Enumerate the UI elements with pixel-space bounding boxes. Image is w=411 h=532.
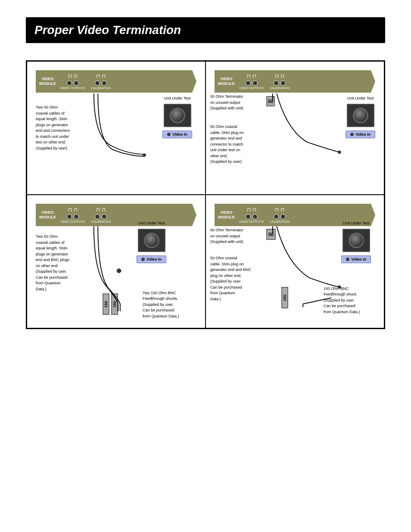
unit-under-test-tr: Unit Under Test Video In [346,96,375,138]
circle-icon-br-1 [246,214,251,219]
page-wrapper: Proper Video Termination VIDEOMODULE ⊓ ⊓ [0,0,411,346]
circle-icon-2 [74,81,79,86]
unit-lens-tl [170,108,185,123]
annotation-br-top: 50 Ohm Terminator on unused output (Supp… [210,227,262,245]
annotation-br-bottom: 50 Ohm coaxial cable. SMA plug on genera… [210,255,266,302]
outputs-label-br: VIDEO OUTPUTS [239,220,264,223]
pulse-icon-2: ⊓ [74,74,78,79]
terminator-box-50-br: 50 [266,229,276,240]
pulse-icon-1: ⊓ [68,74,72,79]
circle-icon-cal-1 [95,81,100,86]
quadrant-top-left: VIDEOMODULE ⊓ ⊓ VIDEO OUTPUTS [27,61,206,195]
unit-lens-tr [353,108,368,123]
video-in-bl: Video In [137,255,166,263]
unit-lens-br [349,233,364,248]
terminators-150-bl: 150 150 [103,293,118,315]
module-panel-tr: VIDEOMODULE ⊓ ⊓ VIDEO OUTPUTS [215,70,375,93]
video-in-label-br: Video In [351,257,366,261]
circle-icon-cal-br-1 [274,214,279,219]
annotation-tr-top: 50 Ohm Terminator on unused output (Supp… [210,94,262,112]
pulse-icon-br-2: ⊓ [252,207,256,212]
pulse-icon-cal-tr-1: ⊓ [275,74,279,79]
pulse-icon-cal-br-1: ⊓ [275,207,279,212]
circle-icon-bl-1 [67,214,72,219]
video-in-dot-br [346,258,349,261]
main-grid: VIDEOMODULE ⊓ ⊓ VIDEO OUTPUTS [26,60,385,329]
svg-point-1 [338,151,341,154]
unit-lens-bl [144,233,159,248]
cal-label-tr: CALIBRATION [270,87,290,90]
bnc-annotation-br: 150 Ohm BNC Feedthrough shunt. (Supplied… [324,286,380,315]
panel-section-outputs-bl: ⊓ ⊓ VIDEO OUTPUTS [60,207,85,223]
pulse-icon-tr-2: ⊓ [252,74,256,79]
outputs-label-tl: VIDEO OUTPUTS [60,87,85,90]
pulse-icon-cal-2: ⊓ [102,74,106,79]
circle-icon-tr-1 [246,81,251,86]
video-in-dot-tl [167,133,171,136]
outputs-label-tr: VIDEO OUTPUTS [239,87,264,90]
video-in-br: Video In [341,255,371,263]
annotation-bl: Two 50 Ohm coaxial cables of equal lengt… [36,234,87,292]
video-in-label-bl: Video In [146,257,162,261]
module-label-tr: VIDEOMODULE [218,77,235,86]
unit-label-tr: Unit Under Test [347,96,374,100]
circle-icon-cal-bl-2 [102,214,107,219]
pulse-icon-cal-bl-2: ⊓ [102,207,106,212]
video-in-label-tl: Video In [172,132,187,137]
circle-icon-cal-br-2 [280,214,286,219]
pulse-icon-bl-1: ⊓ [68,207,72,212]
panel-section-cal-bl: ⊓ ⊓ CALIBRATION [91,207,111,223]
module-label-br: VIDEOMODULE [218,210,235,220]
unit-box-tl [164,104,191,127]
unit-under-test-bl: Unit Under Test Video In [137,221,166,263]
circle-icon-1 [67,81,72,86]
pulse-icon-cal-1: ⊓ [96,74,100,79]
circle-icon-br-2 [252,214,258,219]
pulse-icon-br-1: ⊓ [247,207,251,212]
terminator-150-br-box: 150 [281,287,288,308]
video-in-tr: Video In [346,131,375,138]
terminator-50-tr: 50 [266,96,275,106]
terminator-box-50-tr: 50 [266,96,275,106]
video-in-dot-tr [350,133,354,136]
pulse-icon-tr-1: ⊓ [247,74,251,79]
circle-icon-cal-tr-2 [280,81,286,86]
module-panel-bl: VIDEOMODULE ⊓ ⊓ VIDEO OUTPUTS [36,204,196,226]
bnc-annotation-bl: Two 150 Ohm BNC Feedthrough shunts. (Sup… [143,290,203,320]
pulse-icon-bl-2: ⊓ [74,207,78,212]
title-banner: Proper Video Termination [26,17,385,43]
video-in-tl: Video In [162,131,192,138]
module-label-tl: VIDEOMODULE [39,77,56,86]
unit-box-bl [138,229,165,252]
unit-box-tr [347,104,374,127]
pulse-icon-cal-tr-2: ⊓ [280,74,284,79]
terminator-150-bl-2: 150 [111,293,118,315]
unit-label-tl: Unit Under Test [164,96,191,100]
circle-icon-cal-tr-1 [274,81,279,86]
unit-under-test-br: Unit Under Test Video In [341,221,371,263]
svg-point-2 [117,269,121,273]
quadrant-bottom-left: VIDEOMODULE ⊓ ⊓ VIDEO OUTPUTS [27,195,206,328]
quadrant-bottom-right: VIDEOMODULE ⊓ ⊓ VIDEO OUTPUTS [206,195,384,328]
panel-section-outputs-br: ⊓ ⊓ VIDEO OUTPUTS [239,207,264,223]
cal-label-tl: CALIBRATION [91,87,111,90]
circle-icon-tr-2 [252,81,258,86]
module-panel-tl: VIDEOMODULE ⊓ ⊓ VIDEO OUTPUTS [36,70,196,93]
unit-box-br [342,229,370,252]
circle-icon-bl-2 [74,214,79,219]
cal-label-br: CALIBRATION [270,220,290,223]
panel-section-outputs-tr: ⊓ ⊓ VIDEO OUTPUTS [239,74,264,90]
video-in-label-tr: Video In [355,132,371,137]
cal-label-bl: CALIBRATION [91,220,111,223]
pulse-icon-cal-br-2: ⊓ [280,207,284,212]
quadrant-top-right: VIDEOMODULE ⊓ ⊓ VIDEO OUTPUTS [206,61,384,195]
circle-icon-cal-2 [102,81,107,86]
unit-label-bl: Unit Under Test [138,221,165,225]
panel-section-outputs-tl: ⊓ ⊓ VIDEO OUTPUTS [60,74,85,90]
panel-section-cal-br: ⊓ ⊓ CALIBRATION [270,207,290,223]
panel-section-cal-tl: ⊓ ⊓ CALIBRATION [91,74,111,90]
panel-section-cal-tr: ⊓ ⊓ CALIBRATION [270,74,290,90]
video-in-dot-bl [141,258,145,261]
terminator-50-br: 50 [266,229,276,240]
svg-point-0 [143,153,146,157]
